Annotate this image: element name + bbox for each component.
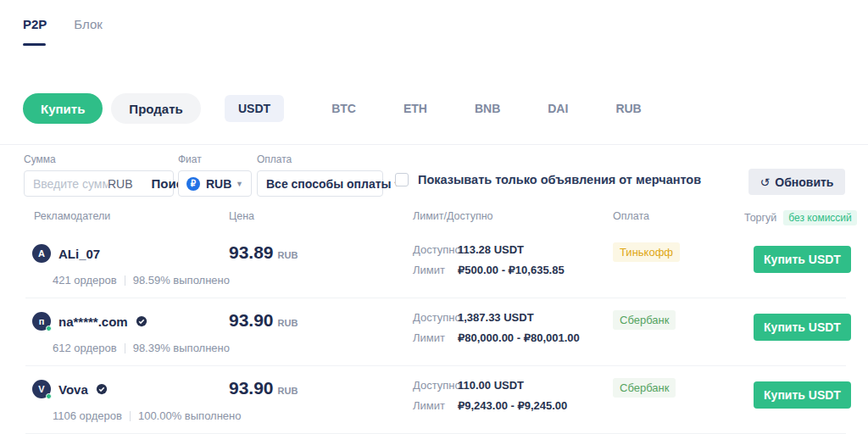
divider: [125, 343, 125, 353]
advertiser-cell: V Vova 1106 ордеров 100.00% выполнено: [32, 380, 242, 422]
refresh-icon: ↺: [760, 175, 771, 189]
price-value: 93.90: [229, 378, 274, 398]
advertiser-name[interactable]: na*****.com: [58, 314, 128, 329]
completion-rate: 98.39% выполнено: [133, 342, 230, 354]
limit-label: Лимит: [413, 331, 458, 344]
header-advertisers: Рекламодатели: [34, 210, 110, 222]
buy-usdt-button[interactable]: Купить USDT: [754, 246, 851, 273]
available-value: 110.00 USDT: [458, 379, 524, 392]
orders-count: 612 ордеров: [53, 342, 117, 354]
top-nav: P2P Блок: [23, 17, 103, 46]
avatar-letter: V: [38, 384, 44, 394]
header-trade-label: Торгуй: [744, 212, 776, 224]
header-trade: Торгуй без комиссий: [744, 210, 857, 225]
limit-value: ₽500.00 - ₽10,635.85: [458, 264, 565, 276]
header-limit-available: Лимит/Доступно: [413, 210, 493, 222]
completion-rate: 100.00% выполнено: [138, 409, 242, 422]
active-tab-underline: [23, 43, 46, 46]
orders-count: 1106 ордеров: [53, 409, 122, 422]
refresh-button[interactable]: ↺ Обновить: [748, 169, 845, 195]
header-price: Цена: [229, 210, 254, 222]
fiat-value: RUB: [206, 177, 231, 191]
asset-tab-dai[interactable]: DAI: [548, 102, 568, 115]
asset-tab-usdt[interactable]: USDT: [225, 95, 284, 122]
payment-method-badge: Сбербанк: [613, 310, 676, 330]
offer-row: п na*****.com 612 ордеров 98.39% выполне…: [0, 298, 868, 366]
filter-bar: Сумма Фиат Оплата RUB Поиск ₽ RUB ▼ Все …: [0, 144, 868, 202]
header-payment: Оплата: [613, 210, 649, 222]
asset-tab-bnb[interactable]: BNB: [475, 102, 500, 115]
payment-label: Оплата: [257, 153, 292, 165]
asset-tab-btc[interactable]: BTC: [331, 102, 356, 115]
offer-row: A ALi_07 421 ордеров 98.59% выполнено 93…: [0, 231, 868, 298]
payment-method-badge: Сбербанк: [613, 378, 676, 398]
price-currency: RUB: [278, 250, 298, 260]
online-indicator: [46, 326, 52, 331]
payment-method-badge: Тинькофф: [613, 242, 680, 262]
ruble-coin-icon: ₽: [186, 177, 200, 191]
price-value: 93.90: [229, 310, 274, 331]
available-label: Доступно: [413, 379, 458, 392]
tab-blok-label: Блок: [74, 17, 103, 31]
price-cell: 93.90 RUB: [229, 310, 298, 331]
available-label: Доступно: [413, 243, 458, 256]
asset-tab-eth[interactable]: ETH: [403, 102, 427, 115]
chevron-down-icon: ▼: [236, 180, 243, 188]
tab-p2p[interactable]: P2P: [23, 17, 47, 46]
buy-toggle-button[interactable]: Купить: [23, 93, 103, 124]
avatar-letter: A: [38, 248, 45, 259]
amount-input[interactable]: [33, 177, 108, 191]
merchants-only-filter: Показывать только объявления от мерчанто…: [395, 173, 701, 186]
offers-list: A ALi_07 421 ордеров 98.59% выполнено 93…: [0, 231, 868, 434]
limit-available-cell: Доступно 1,387.33 USDT Лимит ₽80,000.00 …: [413, 311, 580, 352]
price-currency: RUB: [278, 318, 298, 328]
payment-cell: Сбербанк: [613, 312, 676, 327]
payment-cell: Тинькофф: [613, 244, 680, 259]
asset-tab-rub[interactable]: RUB: [615, 102, 641, 115]
advertiser-name[interactable]: ALi_07: [58, 247, 100, 261]
limit-label: Лимит: [413, 264, 458, 276]
avatar-letter: п: [39, 316, 45, 326]
orders-count: 421 ордеров: [53, 274, 117, 287]
avatar: V: [32, 380, 51, 398]
trade-side-toggle: Купить Продать: [23, 93, 201, 124]
action-cell: Купить USDT: [754, 381, 851, 409]
buy-usdt-button[interactable]: Купить USDT: [754, 381, 851, 409]
limit-label: Лимит: [413, 399, 458, 412]
verified-badge-icon: [96, 383, 108, 395]
limit-value: ₽9,243.00 - ₽9,245.00: [458, 399, 567, 412]
completion-rate: 98.59% выполнено: [133, 274, 230, 287]
payment-method-select[interactable]: Все способы оплаты ▼: [257, 170, 383, 197]
amount-filter-group: RUB Поиск: [24, 170, 174, 197]
available-value: 1,387.33 USDT: [458, 311, 534, 324]
avatar: п: [32, 312, 51, 331]
amount-currency-suffix: RUB: [108, 177, 133, 191]
action-cell: Купить USDT: [754, 246, 851, 273]
advertiser-stats: 1106 ордеров 100.00% выполнено: [53, 409, 242, 422]
fiat-select[interactable]: ₽ RUB ▼: [178, 170, 252, 197]
tab-blok[interactable]: Блок: [74, 17, 103, 46]
offer-row: V Vova 1106 ордеров 100.00% выполнено 93…: [0, 366, 868, 434]
payment-cell: Сбербанк: [613, 380, 676, 395]
sell-toggle-button[interactable]: Продать: [111, 93, 200, 124]
price-cell: 93.89 RUB: [229, 242, 298, 263]
online-indicator: [46, 393, 52, 399]
amount-label: Сумма: [24, 153, 56, 165]
divider: [125, 275, 125, 286]
price-cell: 93.90 RUB: [229, 378, 298, 398]
avatar: A: [32, 244, 51, 263]
limit-available-cell: Доступно 110.00 USDT Лимит ₽9,243.00 - ₽…: [413, 379, 567, 420]
divider: [130, 411, 131, 421]
advertiser-name[interactable]: Vova: [58, 382, 88, 397]
price-currency: RUB: [278, 386, 298, 396]
buy-usdt-button[interactable]: Купить USDT: [754, 314, 851, 341]
merchants-only-label: Показывать только объявления от мерчанто…: [418, 173, 701, 186]
limit-value: ₽80,000.00 - ₽80,001.00: [458, 331, 580, 344]
available-label: Доступно: [413, 311, 458, 324]
fiat-label: Фиат: [178, 153, 202, 165]
refresh-label: Обновить: [775, 175, 833, 189]
advertiser-stats: 421 ордеров 98.59% выполнено: [53, 274, 230, 287]
advertiser-cell: A ALi_07 421 ордеров 98.59% выполнено: [32, 244, 230, 287]
merchants-only-checkbox[interactable]: [395, 173, 409, 186]
limit-available-cell: Доступно 113.28 USDT Лимит ₽500.00 - ₽10…: [413, 243, 565, 284]
